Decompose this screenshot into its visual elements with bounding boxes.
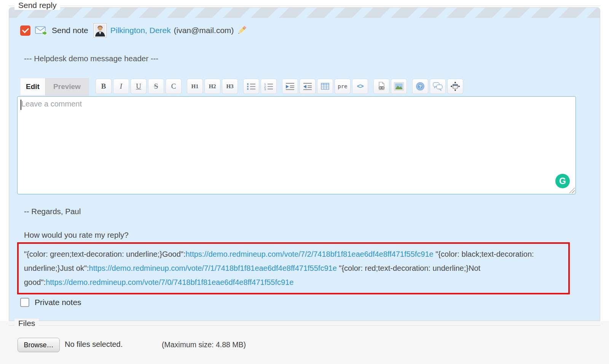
image-button[interactable] — [391, 79, 407, 94]
numbered-list-icon: 123 — [264, 82, 274, 91]
files-legend: Files — [14, 319, 39, 328]
italic-button[interactable]: I — [113, 79, 129, 94]
svg-text:?: ? — [419, 84, 422, 89]
send-note-row: Send note Pilkington, Derek (ivan@mail.c… — [20, 22, 247, 38]
send-reply-fieldset-border — [9, 6, 600, 6]
image-icon — [394, 82, 404, 91]
private-notes-label: Private notes — [35, 298, 81, 307]
rating-question: How would you rate my reply? — [24, 230, 129, 240]
comment-textarea[interactable] — [17, 96, 576, 194]
indent-button[interactable] — [282, 79, 298, 94]
grammarly-badge[interactable]: G — [555, 174, 570, 188]
inline-code-button[interactable]: C — [166, 79, 182, 94]
avatar — [94, 23, 107, 38]
table-icon — [320, 82, 330, 91]
send-note-checkbox[interactable] — [20, 25, 30, 36]
recipient-name-link[interactable]: Pilkington, Derek — [110, 26, 171, 35]
no-files-text: No files selected. — [65, 340, 123, 349]
svg-text:3: 3 — [264, 87, 266, 91]
help-icon: ? — [416, 82, 425, 91]
document-link-icon — [377, 82, 386, 91]
comments-icon — [432, 82, 443, 91]
indent-icon — [285, 82, 295, 91]
files-fieldset-border — [9, 325, 600, 326]
private-notes-checkbox[interactable] — [20, 298, 29, 307]
rating-links-box: "{color: green;text-decoration: underlin… — [17, 242, 570, 294]
send-reply-panel: Send note Pilkington, Derek (ivan@mail.c… — [9, 7, 600, 321]
browse-button[interactable]: Browse… — [18, 338, 60, 352]
recipient-email: (ivan@mail.com) — [174, 26, 234, 35]
tab-edit[interactable]: Edit — [20, 78, 45, 95]
editor-toolbar: Edit Preview B I U S C H1 H2 H3 123 — [20, 78, 465, 95]
fullscreen-button[interactable] — [447, 79, 463, 94]
help-button[interactable]: ? — [412, 79, 428, 94]
private-notes-row: Private notes — [20, 298, 81, 307]
edit-pencil-icon[interactable] — [237, 25, 247, 36]
comments-button[interactable] — [430, 79, 446, 94]
code-block-button[interactable]: <> — [352, 79, 368, 94]
send-mail-icon — [35, 25, 48, 36]
avatar-photo-icon — [95, 24, 105, 37]
table-button[interactable] — [317, 79, 333, 94]
max-size-text: (Maximum size: 4.88 MB) — [162, 340, 246, 349]
heading3-button[interactable]: H3 — [222, 79, 238, 94]
rating-link-good[interactable]: https://demo.redmineup.com/vote/7/2/7418… — [185, 250, 433, 258]
comment-editor: G — [17, 96, 576, 194]
rating-link-not-good[interactable]: https://demo.redmineup.com/vote/7/0/7418… — [46, 278, 293, 286]
preformatted-button[interactable]: pre — [335, 79, 351, 94]
outdent-icon — [303, 82, 312, 91]
outdent-button[interactable] — [300, 79, 316, 94]
striped-header-band — [9, 8, 600, 18]
bullet-list-icon — [246, 82, 256, 91]
helpdesk-header-message: --- Helpdesk demo message header --- — [24, 54, 158, 63]
ordered-list-button[interactable]: 123 — [261, 79, 277, 94]
rating-link-just-ok[interactable]: https://demo.redmineup.com/vote/7/1/7418… — [89, 264, 337, 272]
heading1-button[interactable]: H1 — [187, 79, 203, 94]
heading2-button[interactable]: H2 — [204, 79, 220, 94]
rating-text-good: "{color: green;text-decoration: underlin… — [24, 250, 185, 258]
fullscreen-icon — [450, 81, 460, 91]
unordered-list-button[interactable] — [243, 79, 259, 94]
signature-text: -- Regards, Paul — [24, 207, 81, 216]
send-reply-legend: Send reply — [14, 1, 60, 10]
wiki-link-button[interactable] — [373, 79, 389, 94]
bold-button[interactable]: B — [96, 79, 112, 94]
send-reply-page: Send reply Send note Pilkington, — [0, 0, 609, 364]
strikethrough-button[interactable]: S — [148, 79, 164, 94]
send-note-label: Send note — [52, 26, 88, 35]
tab-preview[interactable]: Preview — [45, 78, 89, 95]
underline-button[interactable]: U — [131, 79, 147, 94]
